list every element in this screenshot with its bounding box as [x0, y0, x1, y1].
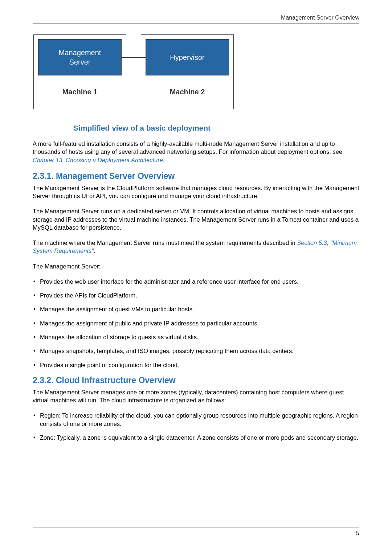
- running-header: Management Server Overview: [33, 15, 359, 24]
- list-item: Manages the assignment of guest VMs to p…: [33, 305, 359, 313]
- diagram-row: Management Server Machine 1 Hypervisor M…: [33, 34, 359, 109]
- section-231-p4: The Management Server:: [33, 262, 359, 270]
- machine-2-label: Machine 2: [170, 88, 205, 96]
- intro-text-before: A more full-featured installation consis…: [33, 140, 342, 155]
- machine-1-label-box: Machine 1: [38, 79, 122, 104]
- management-server-label: Management Server: [59, 48, 101, 67]
- section-232-heading: 2.3.2. Cloud Infrastructure Overview: [33, 376, 359, 385]
- list-item: Provides the web user interface for the …: [33, 278, 359, 286]
- running-title-text: Management Server Overview: [281, 15, 359, 21]
- list-item: Region: To increase reliability of the c…: [33, 411, 359, 428]
- section-231-p3-before: The machine where the Management Server …: [33, 239, 297, 246]
- connector-line: [121, 57, 146, 58]
- machine-2-box: Hypervisor Machine 2: [141, 34, 234, 109]
- section-232-bullets: Region: To increase reliability of the c…: [33, 411, 359, 442]
- list-item: Provides the APIs for CloudPlatform.: [33, 291, 359, 299]
- hypervisor-label: Hypervisor: [170, 53, 205, 62]
- section-231-p2: The Management Server runs on a dedicate…: [33, 207, 359, 231]
- list-item: Manages the allocation of storage to gue…: [33, 333, 359, 341]
- chapter-13-link[interactable]: Chapter 13, Choosing a Deployment Archit…: [33, 157, 163, 163]
- machine-2-label-box: Machine 2: [146, 79, 229, 104]
- intro-text-after: .: [163, 157, 165, 163]
- diagram-caption: Simplified view of a basic deployment: [73, 124, 359, 132]
- deployment-diagram: Management Server Machine 1 Hypervisor M…: [33, 34, 359, 132]
- diagram-connector: [126, 34, 141, 109]
- machine-1-box: Management Server Machine 1: [33, 34, 126, 109]
- management-server-box: Management Server: [38, 39, 122, 75]
- section-231-heading: 2.3.1. Management Server Overview: [33, 171, 359, 181]
- list-item: Manages snapshots, templates, and ISO im…: [33, 347, 359, 355]
- hypervisor-box: Hypervisor: [146, 39, 229, 75]
- list-item: Manages the assignment of public and pri…: [33, 319, 359, 327]
- list-item: Zone: Typically, a zone is equivalent to…: [33, 434, 359, 442]
- section-232-p1: The Management Server manages one or mor…: [33, 388, 359, 405]
- list-item: Provides a single point of configuration…: [33, 361, 359, 369]
- page-number: 5: [356, 530, 359, 536]
- machine-1-label: Machine 1: [62, 88, 98, 96]
- section-231-p1: The Management Server is the CloudPlatfo…: [33, 184, 359, 200]
- intro-paragraph: A more full-featured installation consis…: [33, 140, 359, 164]
- page-footer: 5: [33, 528, 359, 537]
- section-231-p3-after: .: [94, 247, 95, 254]
- section-231-bullets: Provides the web user interface for the …: [33, 278, 359, 369]
- section-231-p3: The machine where the Management Server …: [33, 239, 359, 255]
